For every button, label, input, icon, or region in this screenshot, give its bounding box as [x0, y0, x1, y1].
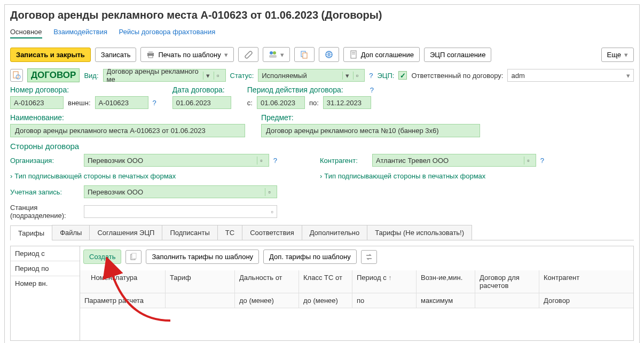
kind-value: Договор аренды рекламного ме: [107, 67, 201, 83]
status-select[interactable]: Исполняемый ▾ ▫: [258, 69, 365, 82]
counterparty-input[interactable]: Атлантис Тревел ООО ▫: [372, 154, 536, 167]
counterparty-signer-type-link[interactable]: › Тип подписывающей стороны в печатных ф…: [320, 172, 544, 180]
copy-button[interactable]: [294, 47, 315, 62]
subject-label: Предмет:: [261, 113, 480, 122]
tab-additional[interactable]: Дополнительно: [302, 225, 368, 240]
station-input[interactable]: ▫: [84, 205, 277, 218]
doc-type-badge: ДОГОВОР: [27, 68, 80, 82]
create-button[interactable]: Создать: [83, 250, 121, 264]
users-button[interactable]: ▾: [263, 47, 290, 62]
status-value: Исполняемый: [262, 72, 340, 80]
date-input[interactable]: 01.06.2023: [172, 96, 231, 109]
more-button[interactable]: Еще ▾: [601, 48, 634, 62]
th-nomenclature[interactable]: Номенклатура: [80, 270, 166, 293]
sort-asc-icon: ↑: [388, 274, 392, 282]
tab-tariffs[interactable]: Тарифы: [10, 225, 52, 240]
th-to-less1[interactable]: до (менее): [235, 293, 299, 308]
name-input[interactable]: Договор аренды рекламного места А-010623…: [10, 124, 245, 137]
chevron-down-icon[interactable]: ▾: [203, 72, 213, 80]
swap-button[interactable]: [361, 250, 377, 264]
svg-rect-7: [303, 53, 307, 58]
th-to-less2[interactable]: до (менее): [299, 293, 352, 308]
help-period-icon[interactable]: ?: [370, 86, 374, 94]
th-tariff[interactable]: Тариф: [166, 270, 235, 293]
open-icon[interactable]: ▫: [214, 72, 222, 80]
add-agreement-label: Доп соглашение: [361, 51, 414, 59]
open-icon[interactable]: ▫: [271, 208, 273, 216]
globe-button[interactable]: [319, 47, 339, 62]
open-icon[interactable]: ▫: [257, 157, 265, 165]
responsible-label: Ответственный по договору:: [411, 72, 503, 80]
account-label: Учетная запись:: [10, 188, 80, 196]
attach-button[interactable]: [238, 47, 258, 62]
open-icon[interactable]: ▫: [265, 188, 273, 196]
add-agreement-button[interactable]: Доп соглашение: [343, 47, 420, 62]
number-input[interactable]: А-010623: [10, 96, 64, 109]
help-external-icon[interactable]: ?: [153, 99, 156, 107]
th-contract[interactable]: Договор: [539, 293, 633, 308]
th-ts-class[interactable]: Класс ТС от: [299, 270, 352, 293]
printer-icon: [146, 50, 155, 59]
th-counterparty[interactable]: Контрагент: [539, 270, 633, 293]
ecp-label: ЭЦП:: [377, 72, 394, 80]
to-label: по:: [309, 99, 319, 107]
help-status-icon[interactable]: ?: [369, 72, 373, 80]
account-input[interactable]: Перевозчик ООО ▫: [84, 185, 277, 198]
counterparty-value: Атлантис Тревел ООО: [376, 157, 523, 165]
open-icon[interactable]: ▫: [353, 72, 362, 80]
nav-charter-trips[interactable]: Рейсы договора фрахтования: [119, 28, 216, 36]
more-label: Еще: [607, 51, 621, 59]
chevron-down-icon[interactable]: ▾: [626, 72, 630, 80]
external-label: внешн:: [68, 99, 91, 107]
save-button[interactable]: Записать: [95, 48, 137, 62]
th-period[interactable]: Период с ↑: [352, 270, 417, 293]
subject-input[interactable]: Договор аренды рекламного места №10 (бан…: [261, 124, 480, 137]
chevron-down-icon[interactable]: ▾: [342, 72, 352, 80]
add-tariffs-button[interactable]: Доп. тарифы по шаблону: [263, 250, 357, 264]
station-label: Станция (подразделение):: [10, 204, 80, 220]
tab-files[interactable]: Файлы: [52, 225, 90, 240]
tab-tariffs-unused[interactable]: Тарифы (Не использовать!): [367, 225, 472, 240]
open-icon[interactable]: ▫: [524, 157, 532, 165]
th-reward[interactable]: Возн-ие,мин.: [417, 270, 475, 293]
tab-ts[interactable]: ТС: [217, 225, 242, 240]
counterparty-label: Контрагент:: [320, 157, 368, 165]
svg-point-3: [270, 51, 273, 54]
kind-select[interactable]: Договор аренды рекламного ме ▾ ▫: [103, 69, 226, 82]
tab-signers[interactable]: Подписанты: [162, 225, 217, 240]
filter-ext-number[interactable]: Номер вн.: [11, 276, 80, 291]
people-icon: [269, 50, 277, 59]
th-distance[interactable]: Дальность от: [235, 270, 299, 293]
doc-icon-button[interactable]: [10, 69, 23, 82]
th-contract-for[interactable]: Договор для расчетов: [475, 270, 539, 293]
ecp-checkbox[interactable]: ✓: [398, 71, 407, 80]
nav-main[interactable]: Основное: [10, 28, 42, 38]
period-from-input[interactable]: 01.06.2023: [257, 96, 305, 109]
save-close-button[interactable]: Записать и закрыть: [10, 48, 91, 62]
from-label: с:: [247, 99, 253, 107]
parties-section-label: Стороны договора: [10, 142, 634, 151]
fill-tariffs-button[interactable]: Заполнить тарифы по шаблону: [146, 250, 259, 264]
th-to[interactable]: по: [352, 293, 417, 308]
svg-rect-15: [132, 253, 136, 259]
help-counterparty-icon[interactable]: ?: [540, 157, 544, 165]
nav-interactions[interactable]: Взаимодействия: [53, 28, 107, 36]
tab-compliance[interactable]: Соответствия: [242, 225, 302, 240]
tab-ecp-agreements[interactable]: Соглашения ЭЦП: [89, 225, 162, 240]
filter-period-from[interactable]: Период с: [11, 246, 80, 261]
signer-type-link[interactable]: › Тип подписывающей стороны в печатных ф…: [10, 172, 277, 180]
copy-icon: [300, 50, 309, 59]
ecp-agreement-button[interactable]: ЭЦП соглашение: [424, 48, 491, 62]
period-to-input[interactable]: 31.12.2023: [323, 96, 371, 109]
external-number-input[interactable]: А-010623: [95, 96, 148, 109]
th-calc-param[interactable]: Параметр расчета: [80, 293, 166, 308]
help-org-icon[interactable]: ?: [273, 157, 277, 165]
kind-label: Вид:: [84, 72, 98, 80]
responsible-input[interactable]: adm ▾: [507, 69, 634, 82]
copy-row-button[interactable]: [125, 250, 142, 264]
th-max[interactable]: максимум: [417, 293, 475, 308]
org-input[interactable]: Перевозчик ООО ▫: [84, 154, 269, 167]
date-label: Дата договора:: [172, 85, 231, 94]
print-template-button[interactable]: Печать по шаблону ▾: [140, 47, 233, 62]
filter-period-to[interactable]: Период по: [11, 261, 80, 276]
